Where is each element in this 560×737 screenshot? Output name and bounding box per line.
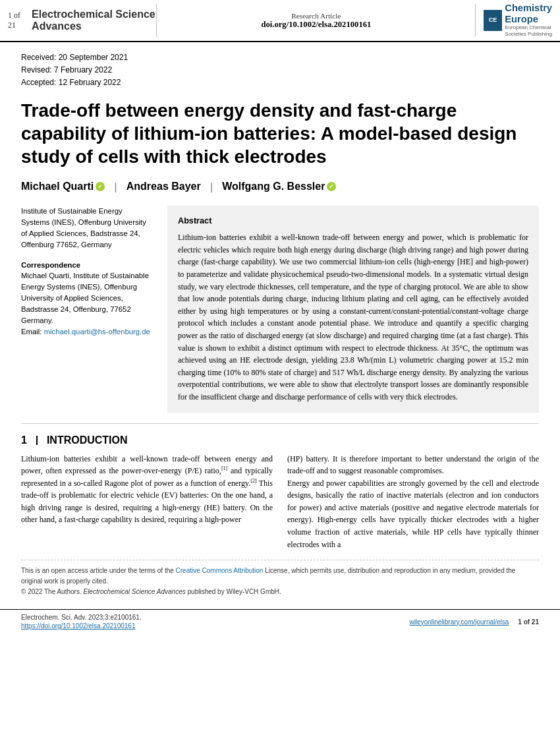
open-access-line1: This is an open access article under the… [21,566,539,576]
section-number: 1 [21,434,27,446]
section-bar-icon [36,436,38,445]
header-page-info: 1 of 21 Electrochemical Science Advances [8,4,156,37]
author-3-name: Wolfgang G. Bessler [222,181,325,192]
correspondence-label: Correspondence [21,260,153,271]
affiliation-block: Institute of Sustainable Energy Systems … [21,206,153,251]
main-content: Received: 20 September 2021 Revised: 7 F… [0,42,560,604]
header-right-block: CE ChemistryEurope European ChemicalSoci… [476,4,552,37]
author-3-orcid-icon: ✓ [327,182,336,191]
author-1-orcid-icon: ✓ [96,182,105,191]
introduction-left: Lithium-ion batteries exhibit a well-kno… [21,453,273,551]
cc-license-link[interactable]: Creative Commons Attribution [176,567,264,574]
abstract-box: Abstract Lithium-ion batteries exhibit a… [167,206,539,413]
author-separator-2: | [210,180,213,194]
footer-citation: Electrochem. Sci. Adv. 2023;3:e2100161. [21,614,142,621]
left-column: Institute of Sustainable Energy Systems … [21,206,153,413]
open-access-line3: © 2022 The Authors. Electrochemical Scie… [21,587,539,597]
section-heading-introduction: 1 INTRODUCTION [21,434,539,446]
correspondence-email-line: Email: michael.quarti@hs-offenburg.de [21,326,153,338]
footer-journal-link[interactable]: wileyonlinelibrary.com/journal/elsa [409,618,509,626]
section-title: INTRODUCTION [47,434,128,446]
footer-doi-link[interactable]: https://doi.org/10.1002/elsa.202100161 [21,622,142,630]
section-divider [21,423,539,424]
logo-text-block: ChemistryEurope European ChemicalSocieti… [505,3,552,38]
doi-label: doi.org/10.1002/elsa.202100161 [261,20,371,30]
author-1-name: Michael Quarti [21,181,94,192]
received-date: Received: 20 September 2021 [21,51,539,64]
footer-left: Electrochem. Sci. Adv. 2023;3:e2100161. … [21,614,142,630]
abstract-text: Lithium-ion batteries exhibit a well-kno… [178,231,528,403]
logo-subtitle-text: European ChemicalSocieties Publishing [505,24,552,38]
email-link[interactable]: michael.quarti@hs-offenburg.de [44,328,150,336]
introduction-right: (HP) battery. It is therefore important … [287,453,539,551]
footer-page-number: 1 of 21 [518,618,539,626]
research-type-label: Research Article [291,12,341,20]
page-number-header: 1 of 21 [8,11,24,30]
correspondence-text: Michael Quarti, Institute of Sustainable… [21,270,153,326]
introduction-right-text: (HP) battery. It is therefore important … [287,453,539,551]
email-label: Email: [21,328,42,336]
logo-icon: CE [484,10,502,31]
page-header: 1 of 21 Electrochemical Science Advances… [0,0,560,42]
accepted-date: Accepted: 12 February 2022 [21,76,539,89]
introduction-left-text: Lithium-ion batteries exhibit a well-kno… [21,453,273,527]
two-column-layout: Institute of Sustainable Energy Systems … [21,206,539,413]
journal-name-header: Electrochemical Science Advances [32,9,156,32]
introduction-section: Lithium-ion batteries exhibit a well-kno… [21,453,539,551]
article-title: Trade-off between energy density and fas… [21,99,539,168]
open-access-banner: This is an open access article under the… [21,560,539,597]
chemistry-europe-logo: CE ChemistryEurope European ChemicalSoci… [484,3,552,38]
author-separator-1: | [114,180,117,194]
svg-text:CE: CE [489,16,497,23]
dates-block: Received: 20 September 2021 Revised: 7 F… [21,51,539,90]
logo-title-text: ChemistryEurope [505,3,552,24]
right-column: Abstract Lithium-ion batteries exhibit a… [167,206,539,413]
authors-line: Michael Quarti ✓ | Andreas Bayer | Wolfg… [21,180,539,194]
footer-right: wileyonlinelibrary.com/journal/elsa 1 of… [409,618,539,626]
correspondence-block: Correspondence Michael Quarti, Institute… [21,260,153,338]
open-access-line2: original work is properly cited. [21,576,539,587]
header-center-block: Research Article doi.org/10.1002/elsa.20… [156,4,476,37]
author-2-name: Andreas Bayer [126,181,201,192]
abstract-title: Abstract [178,215,528,228]
revised-date: Revised: 7 February 2022 [21,64,539,76]
page-footer: Electrochem. Sci. Adv. 2023;3:e2100161. … [0,609,560,634]
